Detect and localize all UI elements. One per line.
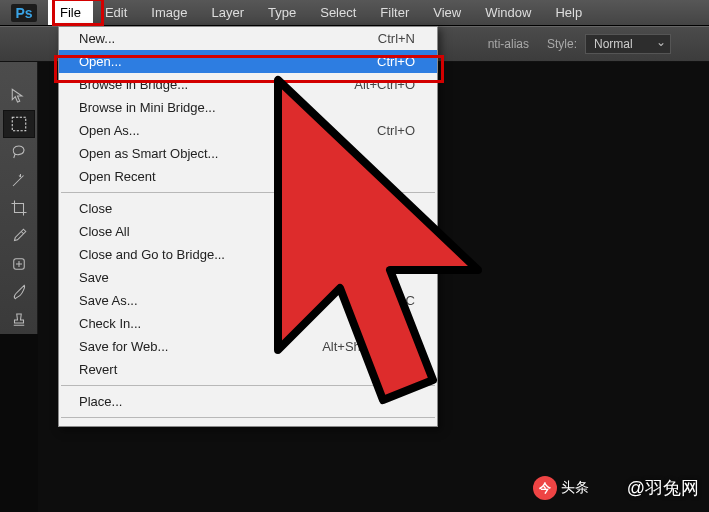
menu-edit[interactable]: Edit	[93, 0, 139, 25]
menu-item-new[interactable]: New...Ctrl+N	[59, 27, 437, 50]
menu-item-shortcut: Ctrl+O	[377, 53, 415, 70]
marquee-icon	[10, 115, 28, 133]
menu-item-shortcut: Shift+C	[372, 292, 415, 309]
menu-select[interactable]: Select	[308, 0, 368, 25]
menu-item-shortcut: Alt+Ctrl+O	[354, 76, 415, 93]
stamp-tool[interactable]	[3, 306, 35, 334]
watermark-brand-icon: 今	[533, 476, 557, 500]
menu-item-label: Save As...	[79, 292, 138, 309]
menu-item-save-for-web[interactable]: Save for Web...Alt+Shift+Ctrl+S	[59, 335, 437, 358]
menu-help[interactable]: Help	[543, 0, 594, 25]
stamp-icon	[10, 311, 28, 329]
menu-item-label: Revert	[79, 361, 117, 378]
eyedropper-icon	[10, 227, 28, 245]
menu-window[interactable]: Window	[473, 0, 543, 25]
menu-separator	[61, 417, 435, 418]
brush-icon	[10, 283, 28, 301]
menu-item-place[interactable]: Place...	[59, 390, 437, 413]
menu-item-label: New...	[79, 30, 115, 47]
menu-item-close-all[interactable]: Close AllW	[59, 220, 437, 243]
menu-layer[interactable]: Layer	[200, 0, 257, 25]
menu-item-label: Check In...	[79, 315, 141, 332]
menu-item-label: Browse in Mini Bridge...	[79, 99, 216, 116]
menu-item-label: Close and Go to Bridge...	[79, 246, 225, 263]
menubar: Ps File Edit Image Layer Type Select Fil…	[0, 0, 709, 26]
menu-item-open-recent[interactable]: Open Recent	[59, 165, 437, 188]
menu-view[interactable]: View	[421, 0, 473, 25]
menu-item-label: Close All	[79, 223, 130, 240]
anti-alias-label: nti-alias	[488, 37, 529, 51]
menu-item-open[interactable]: Open...Ctrl+O	[59, 50, 437, 73]
menu-item-shortcut: W	[403, 223, 415, 240]
menu-item-label: Open...	[79, 53, 122, 70]
menu-item-revert[interactable]: RevertF12	[59, 358, 437, 381]
menu-image[interactable]: Image	[139, 0, 199, 25]
wand-tool[interactable]	[3, 166, 35, 194]
crop-tool[interactable]	[3, 194, 35, 222]
menu-file[interactable]: File	[48, 0, 93, 25]
menu-item-close[interactable]: Close	[59, 197, 437, 220]
tools-panel	[0, 62, 38, 334]
menu-item-label: Place...	[79, 393, 122, 410]
menu-item-label: Open As...	[79, 122, 140, 139]
anti-alias-option[interactable]: nti-alias	[488, 37, 529, 51]
menu-item-label: Save	[79, 269, 109, 286]
menu-item-check-in[interactable]: Check In...	[59, 312, 437, 335]
menu-item-label: Close	[79, 200, 112, 217]
menu-item-browse-in-mini-bridge[interactable]: Browse in Mini Bridge...	[59, 96, 437, 119]
menu-item-close-and-go-to-bridge[interactable]: Close and Go to Bridge...hift+W	[59, 243, 437, 266]
menu-separator	[61, 385, 435, 386]
eyedropper-tool[interactable]	[3, 222, 35, 250]
menu-item-shortcut: Alt+Shift+Ctrl+S	[322, 338, 415, 355]
move-icon	[10, 87, 28, 105]
menu-item-save[interactable]: Save	[59, 266, 437, 289]
menu-item-label: Open as Smart Object...	[79, 145, 218, 162]
brush-tool[interactable]	[3, 278, 35, 306]
menu-filter[interactable]: Filter	[368, 0, 421, 25]
menu-item-label: Browse in Bridge...	[79, 76, 188, 93]
menu-item-label: Save for Web...	[79, 338, 168, 355]
app-logo: Ps	[0, 0, 48, 25]
menu-item-browse-in-bridge[interactable]: Browse in Bridge...Alt+Ctrl+O	[59, 73, 437, 96]
svg-rect-0	[12, 117, 26, 131]
menu-item-shortcut: Ctrl+O	[377, 122, 415, 139]
menu-item-open-as[interactable]: Open As...Ctrl+O	[59, 119, 437, 142]
watermark-brand-text: 头条	[561, 479, 589, 497]
menu-item-shortcut: hift+W	[378, 246, 415, 263]
file-dropdown-menu: New...Ctrl+NOpen...Ctrl+OBrowse in Bridg…	[58, 26, 438, 427]
watermark-brand: 今 头条	[533, 476, 589, 500]
menu-item-label: Open Recent	[79, 168, 156, 185]
menu-separator	[61, 192, 435, 193]
healing-icon	[10, 255, 28, 273]
move-tool[interactable]	[3, 82, 35, 110]
style-label: Style:	[547, 37, 577, 51]
lasso-icon	[10, 143, 28, 161]
wand-icon	[10, 171, 28, 189]
menu-item-shortcut: F12	[393, 361, 415, 378]
menu-item-save-as[interactable]: Save As...Shift+C	[59, 289, 437, 312]
menu-type[interactable]: Type	[256, 0, 308, 25]
ps-logo-text: Ps	[11, 4, 36, 22]
style-dropdown[interactable]: Normal	[585, 34, 671, 54]
menu-item-shortcut: Ctrl+N	[378, 30, 415, 47]
menu-item-open-as-smart-object[interactable]: Open as Smart Object...	[59, 142, 437, 165]
watermark-site: @羽兔网	[627, 476, 699, 500]
lasso-tool[interactable]	[3, 138, 35, 166]
marquee-tool[interactable]	[3, 110, 35, 138]
healing-tool[interactable]	[3, 250, 35, 278]
crop-icon	[10, 199, 28, 217]
